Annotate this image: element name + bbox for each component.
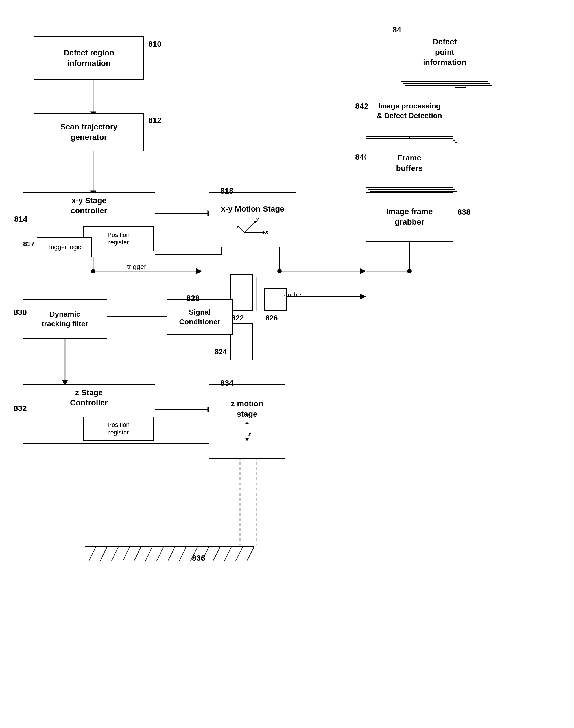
image-frame-grabber-label: Image frame grabber [386,206,433,227]
optical-element-824 [230,323,253,360]
pos-register-xy-label: Position register [108,231,130,246]
svg-marker-55 [245,438,249,441]
pos-register-xy-box: Position register [83,226,154,252]
dynamic-tracking-box: Dynamic tracking filter [23,300,107,339]
strobe-label: strobe [282,291,301,299]
svg-line-75 [247,547,254,561]
ref-834: 834 [220,379,234,388]
pos-register-z-label: Position register [108,421,130,436]
svg-line-62 [100,547,107,561]
defect-point-stack: Defect point information [401,23,488,82]
xy-motion-label: x-y Motion Stage [221,204,284,214]
ref-824: 824 [215,347,227,356]
scan-traj-label: Scan trajectory generator [60,122,117,142]
trigger-logic-box: Trigger logic [37,237,92,257]
ref-817: 817 [23,240,34,248]
ref-826: 826 [265,314,278,322]
image-processing-label: Image processing & Defect Detection [377,102,442,121]
scan-traj-box: Scan trajectory generator [34,113,144,151]
defect-region-box: Defect region information [34,36,144,80]
svg-line-69 [179,547,186,561]
ref-814: 814 [14,215,27,224]
trigger-logic-label: Trigger logic [47,243,81,251]
image-processing-box: Image processing & Defect Detection [366,85,453,137]
defect-point-label: Defect point information [423,37,466,68]
svg-line-63 [112,547,119,561]
svg-marker-57 [245,422,249,424]
ref-828: 828 [186,294,200,303]
pos-register-z-box: Position register [83,417,154,441]
svg-line-52 [239,227,244,232]
svg-line-73 [224,547,232,561]
z-stage-ctrl-label: z Stage Controller [70,388,108,408]
ref-842: 842 [355,102,368,111]
ref-810: 810 [148,40,162,49]
optical-element-822 [230,274,253,311]
svg-line-68 [168,547,175,561]
svg-text:z: z [248,431,252,437]
dynamic-tracking-label: Dynamic tracking filter [42,310,88,329]
ground-hatching [85,545,254,562]
svg-text:x: x [265,229,269,235]
frame-buffers-label: Frame buffers [396,153,423,174]
defect-region-label: Defect region information [64,48,114,68]
svg-marker-42 [360,294,366,300]
svg-marker-50 [263,231,265,234]
svg-line-46 [244,221,255,232]
signal-conditioner-label: Signal Conditioner [179,308,220,327]
signal-conditioner-box: Signal Conditioner [167,300,233,335]
svg-line-72 [213,547,220,561]
svg-line-61 [89,547,96,561]
ref-830: 830 [13,308,27,317]
image-frame-grabber-box: Image frame grabber [366,192,453,241]
svg-line-65 [134,547,141,561]
ref-838: 838 [457,207,471,217]
frame-buffers-stack: Frame buffers [366,139,453,188]
svg-marker-15 [360,268,366,274]
svg-text:y: y [256,216,259,222]
z-motion-content: z motion stage z [231,398,263,445]
ref-812: 812 [148,116,162,125]
xy-motion-stage-box: x-y Motion Stage y x [209,192,296,247]
z-motion-label: z motion stage [231,398,263,419]
z-motion-stage-box: z motion stage z [209,384,285,459]
xy-stage-ctrl-label: x-y Stage controller [71,195,107,216]
svg-line-74 [236,547,243,561]
ref-832: 832 [13,404,27,413]
ref-836: 836 [192,554,205,563]
svg-line-67 [157,547,164,561]
trigger-label: trigger [127,263,146,271]
svg-line-66 [146,547,153,561]
ref-818: 818 [220,186,234,195]
ref-822: 822 [232,314,244,322]
svg-line-64 [123,547,130,561]
svg-marker-13 [196,268,202,274]
xy-motion-stage-content: x-y Motion Stage y x [221,204,284,235]
